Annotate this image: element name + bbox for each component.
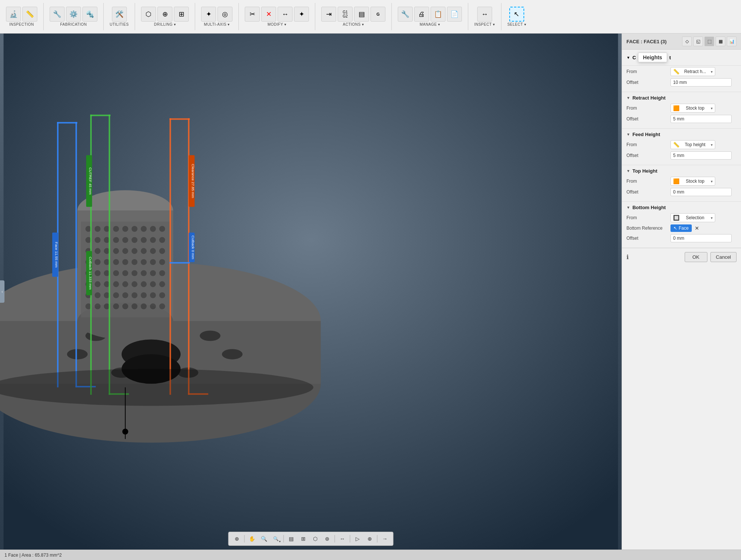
inspection-icon-1[interactable]: 🔬 — [6, 7, 21, 22]
bt-pan-icon[interactable]: ✋ — [247, 534, 257, 544]
bottom-height-header[interactable]: ▼ Bottom Height — [626, 205, 737, 210]
clearance-dropdown-arrow: ▾ — [711, 70, 713, 74]
svg-point-65 — [122, 281, 128, 287]
viewport-3d[interactable]: Face 11.55 mm CUTREF 45 mm Cutback 11.33… — [0, 34, 622, 550]
info-icon: ℹ — [626, 254, 629, 261]
actions-icon-2[interactable]: G1G2 — [338, 7, 353, 22]
modify-icon-1[interactable]: ✂ — [245, 7, 260, 22]
drill-icon-1[interactable]: ⬡ — [141, 7, 156, 22]
svg-point-33 — [159, 237, 165, 243]
clearance-offset-input[interactable] — [670, 78, 732, 86]
ph-shape-icon[interactable]: ◇ — [682, 37, 692, 46]
modify-icon-2[interactable]: ✕ — [261, 7, 276, 22]
drilling-label: DRILLING ▾ — [154, 22, 176, 26]
inspect-icon-1[interactable]: ↔ — [477, 7, 492, 22]
inspection-icon-2[interactable]: 📏 — [22, 7, 37, 22]
manage-icon-4[interactable]: 📄 — [447, 7, 462, 22]
modify-icon-3[interactable]: ↔ — [278, 7, 293, 22]
ph-chart-icon[interactable]: 📊 — [727, 37, 737, 46]
clearance-offset-label: Offset — [626, 80, 667, 85]
retract-dropdown-arrow: ▾ — [711, 106, 713, 110]
svg-point-40 — [141, 248, 147, 254]
actions-icon-4[interactable]: G — [370, 7, 385, 22]
feed-from-label: From — [626, 142, 667, 147]
bottom-from-value: 🔲 Selection ▾ — [670, 213, 737, 222]
bt-orbit-icon[interactable]: ⬡ — [310, 534, 321, 544]
svg-point-73 — [113, 292, 119, 298]
modify-icon-4[interactable]: ✦ — [294, 7, 309, 22]
ok-button[interactable]: OK — [685, 252, 707, 262]
actions-label: ACTIONS ▾ — [343, 22, 364, 26]
ph-cube-icon[interactable]: ⬚ — [704, 37, 714, 46]
bt-zoom-icon[interactable]: 🔍 — [259, 534, 269, 544]
util-icon-1[interactable]: 🛠️ — [112, 7, 127, 22]
feed-offset-input[interactable] — [670, 151, 732, 160]
clearance-from-dropdown[interactable]: 📏 Retract h... ▾ — [670, 67, 715, 76]
clearance-from-row: From 📏 Retract h... ▾ — [626, 67, 737, 76]
toolbar-group-manage: 🔧 🖨 📋 📄 MANAGE ▾ — [395, 0, 465, 33]
bt-zoom2-icon[interactable]: 🔍▾ — [271, 534, 281, 544]
clearance-section-header[interactable]: ▼ C Heights t — [622, 50, 741, 66]
svg-point-42 — [159, 248, 165, 254]
feed-arrow: ▼ — [626, 132, 630, 136]
bt-settings-icon[interactable]: ⊕ — [365, 534, 375, 544]
fab-icon-1[interactable]: 🔧 — [50, 7, 65, 22]
manage-icon-2[interactable]: 🖨 — [414, 7, 429, 22]
clearance-suffix: t — [669, 55, 671, 60]
bottom-face-close-button[interactable]: ✕ — [693, 225, 701, 231]
retract-from-dropdown[interactable]: 🟧 Stock top ▾ — [670, 104, 715, 113]
svg-point-8 — [200, 331, 220, 341]
multiaxis-icon-2[interactable]: ◎ — [218, 7, 232, 22]
sep5 — [238, 3, 239, 30]
cancel-button[interactable]: Cancel — [710, 252, 737, 262]
feed-offset-row: Offset — [626, 151, 737, 160]
ph-table-icon[interactable]: ▦ — [716, 37, 725, 46]
ph-shape2-icon[interactable]: ◱ — [693, 37, 703, 46]
drill-icon-3[interactable]: ⊞ — [174, 7, 189, 22]
svg-point-51 — [159, 259, 165, 265]
bottom-selection-icon: 🔲 — [673, 215, 679, 221]
bt-sim-icon[interactable]: ▷ — [353, 534, 363, 544]
bottom-face-button[interactable]: ↖ Face — [670, 224, 692, 232]
bottom-arrow: ▼ — [626, 205, 630, 210]
manage-icon-3[interactable]: 📋 — [431, 7, 445, 22]
top-from-dropdown[interactable]: 🟧 Stock top ▾ — [670, 177, 715, 186]
bt-arrow-icon[interactable]: → — [380, 534, 390, 544]
bt-origin-icon[interactable]: ⊕ — [232, 534, 242, 544]
retract-height-header[interactable]: ▼ Retract Height — [626, 95, 737, 101]
actions-icon-1[interactable]: ⇥ — [321, 7, 336, 22]
bt-sep3 — [335, 535, 335, 542]
svg-point-71 — [95, 292, 101, 298]
bt-render-icon[interactable]: ⊛ — [322, 534, 332, 544]
clearance-from-text: Retract h... — [684, 69, 706, 74]
fab-icon-2[interactable]: ⚙️ — [66, 7, 81, 22]
bt-animate-icon[interactable]: ↔ — [337, 534, 348, 544]
bt-display-icon[interactable]: ▤ — [286, 534, 297, 544]
svg-point-85 — [141, 303, 147, 309]
bottom-offset-input[interactable] — [670, 234, 732, 242]
top-height-section: ▼ Top Height From 🟧 Stock top ▾ Offset — [622, 165, 741, 202]
bottom-from-dropdown[interactable]: 🔲 Selection ▾ — [670, 213, 715, 222]
svg-point-75 — [132, 292, 138, 298]
manage-icon-1[interactable]: 🔧 — [398, 7, 413, 22]
left-collapse-tab[interactable]: ‹ — [0, 280, 4, 303]
select-icon-1[interactable]: ↖ — [509, 7, 524, 22]
svg-point-68 — [150, 281, 156, 287]
top-offset-input[interactable] — [670, 188, 732, 196]
retract-offset-input[interactable] — [670, 115, 732, 123]
toolbar-group-multiaxis: ✦ ◎ MULTI-AXIS ▾ — [198, 0, 235, 33]
feed-height-header[interactable]: ▼ Feed Height — [626, 132, 737, 137]
top-from-row: From 🟧 Stock top ▾ — [626, 177, 737, 186]
svg-point-82 — [113, 303, 119, 309]
multiaxis-icon-1[interactable]: ✦ — [201, 7, 216, 22]
feed-from-dropdown[interactable]: 📏 Top height ▾ — [670, 140, 715, 149]
toolbar-group-inspection: 🔬 📏 INSPECTION — [3, 0, 40, 33]
svg-point-31 — [141, 237, 147, 243]
svg-point-28 — [113, 237, 119, 243]
fab-icon-3[interactable]: 🔩 — [82, 7, 97, 22]
drill-icon-2[interactable]: ⊕ — [157, 7, 172, 22]
svg-rect-103 — [169, 118, 190, 120]
actions-icon-3[interactable]: ▤ — [354, 7, 369, 22]
bt-grid-icon[interactable]: ⊞ — [298, 534, 309, 544]
top-height-header[interactable]: ▼ Top Height — [626, 168, 737, 174]
